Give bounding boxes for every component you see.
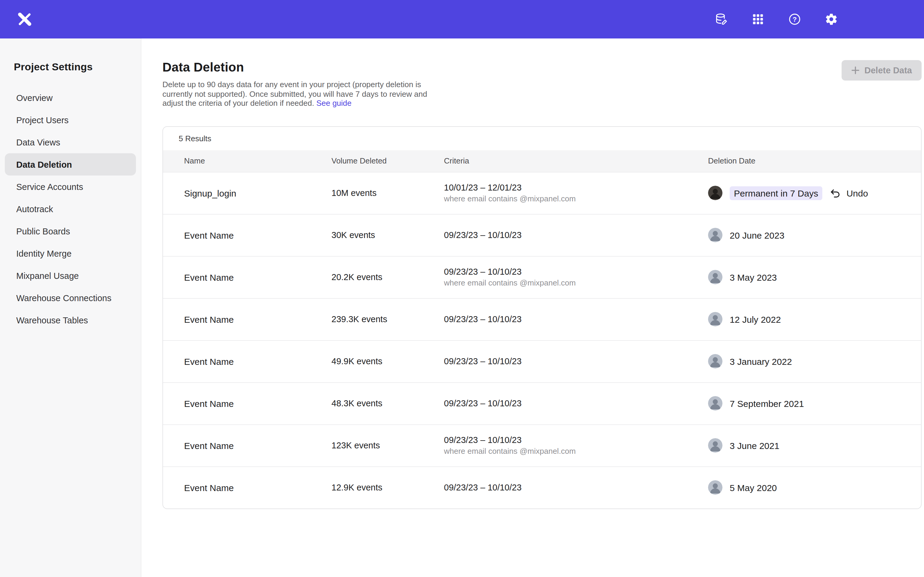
row-name: Event Name xyxy=(184,314,331,324)
row-name: Event Name xyxy=(184,482,331,493)
table-row: Event Name 48.3K events 09/23/23 – 10/10… xyxy=(163,382,921,424)
row-criteria-range: 09/23/23 – 10/10/23 xyxy=(444,314,708,324)
row-volume-deleted: 239.3K events xyxy=(331,314,444,324)
sidebar-nav: OverviewProject UsersData ViewsData Dele… xyxy=(0,87,141,331)
help-icon[interactable]: ? xyxy=(787,12,802,26)
row-deletion-date: 7 September 2021 xyxy=(708,396,921,411)
row-volume-deleted: 20.2K events xyxy=(331,272,444,282)
see-guide-link[interactable]: See guide xyxy=(317,98,352,108)
undo-button-label: Undo xyxy=(846,188,868,198)
avatar xyxy=(708,312,722,326)
row-deletion-label: 20 June 2023 xyxy=(730,230,784,240)
row-criteria-filter: where email contains @mixpanel.com xyxy=(444,278,708,287)
row-name: Event Name xyxy=(184,356,331,366)
sidebar-item-label: Identity Merge xyxy=(16,248,71,258)
undo-icon xyxy=(830,187,841,199)
sidebar-item-mixpanel-usage[interactable]: Mixpanel Usage xyxy=(5,264,136,287)
sidebar-item-project-users[interactable]: Project Users xyxy=(5,109,136,131)
row-criteria-range: 09/23/23 – 10/10/23 xyxy=(444,267,708,276)
row-deletion-label: 3 January 2022 xyxy=(730,356,792,366)
sidebar-item-data-views[interactable]: Data Views xyxy=(5,131,136,153)
data-icon[interactable] xyxy=(714,12,729,26)
row-criteria-range: 10/01/23 – 12/01/23 xyxy=(444,183,708,192)
row-criteria: 09/23/23 – 10/10/23 xyxy=(444,483,708,492)
sidebar-item-identity-merge[interactable]: Identity Merge xyxy=(5,242,136,264)
delete-data-button[interactable]: Delete Data xyxy=(842,60,922,81)
row-deletion-date: 20 June 2023 xyxy=(708,228,921,242)
sidebar-item-label: Data Deletion xyxy=(16,160,72,169)
settings-icon[interactable] xyxy=(824,12,838,26)
row-deletion-label: 3 May 2023 xyxy=(730,272,777,282)
row-criteria: 09/23/23 – 10/10/23 where email contains… xyxy=(444,435,708,456)
undo-button[interactable]: Undo xyxy=(830,187,868,199)
sidebar-item-label: Data Views xyxy=(16,137,60,147)
row-deletion-date: 3 January 2022 xyxy=(708,354,921,368)
delete-data-button-label: Delete Data xyxy=(864,66,912,75)
row-criteria-range: 09/23/23 – 10/10/23 xyxy=(444,230,708,240)
app-root: ? Project Settings OverviewProject Users… xyxy=(0,0,924,577)
row-volume-deleted: 12.9K events xyxy=(331,483,444,492)
row-volume-deleted: 49.9K events xyxy=(331,356,444,366)
sidebar-item-label: Mixpanel Usage xyxy=(16,271,79,280)
row-criteria: 09/23/23 – 10/10/23 xyxy=(444,230,708,240)
results-count: 5 Results xyxy=(163,127,921,150)
sidebar-item-label: Warehouse Connections xyxy=(16,293,111,303)
table-header-row: Name Volume Deleted Criteria Deletion Da… xyxy=(163,150,921,172)
svg-text:?: ? xyxy=(793,15,797,23)
row-deletion-label: 12 July 2022 xyxy=(730,314,781,324)
row-deletion-label: Permanent in 7 Days xyxy=(730,186,822,200)
sidebar-item-autotrack[interactable]: Autotrack xyxy=(5,198,136,220)
row-deletion-date: Permanent in 7 Days Undo xyxy=(708,186,921,200)
row-name: Event Name xyxy=(184,272,331,282)
avatar xyxy=(708,396,722,411)
table-row: Signup_login 10M events 10/01/23 – 12/01… xyxy=(163,172,921,214)
column-header-criteria: Criteria xyxy=(444,156,708,165)
row-criteria-filter: where email contains @mixpanel.com xyxy=(444,446,708,456)
sidebar-item-label: Overview xyxy=(16,93,53,103)
sidebar-item-data-deletion[interactable]: Data Deletion xyxy=(5,153,136,176)
sidebar-item-service-accounts[interactable]: Service Accounts xyxy=(5,176,136,198)
sidebar-item-warehouse-tables[interactable]: Warehouse Tables xyxy=(5,309,136,331)
row-volume-deleted: 10M events xyxy=(331,188,444,198)
sidebar-item-overview[interactable]: Overview xyxy=(5,87,136,109)
main-header: Data Deletion Delete up to 90 days data … xyxy=(162,60,922,108)
sidebar-item-label: Project Users xyxy=(16,115,69,125)
avatar xyxy=(708,228,722,242)
row-criteria: 09/23/23 – 10/10/23 xyxy=(444,314,708,324)
sidebar-item-label: Warehouse Tables xyxy=(16,315,88,325)
sidebar-item-public-boards[interactable]: Public Boards xyxy=(5,220,136,242)
row-criteria-range: 09/23/23 – 10/10/23 xyxy=(444,435,708,445)
row-name: Event Name xyxy=(184,440,331,450)
sidebar-item-label: Service Accounts xyxy=(16,182,83,192)
row-criteria: 09/23/23 – 10/10/23 where email contains… xyxy=(444,267,708,287)
sidebar-item-label: Public Boards xyxy=(16,226,70,236)
row-criteria: 09/23/23 – 10/10/23 xyxy=(444,398,708,408)
apps-grid-icon[interactable] xyxy=(751,12,765,26)
row-deletion-date: 3 June 2021 xyxy=(708,438,921,453)
row-volume-deleted: 30K events xyxy=(331,230,444,240)
row-deletion-date: 5 May 2020 xyxy=(708,480,921,495)
sidebar-item-warehouse-connections[interactable]: Warehouse Connections xyxy=(5,287,136,309)
row-criteria: 10/01/23 – 12/01/23 where email contains… xyxy=(444,183,708,203)
avatar xyxy=(708,186,722,200)
table-row: Event Name 12.9K events 09/23/23 – 10/10… xyxy=(163,466,921,508)
avatar xyxy=(708,270,722,284)
row-deletion-label: 3 June 2021 xyxy=(730,440,779,450)
avatar xyxy=(708,438,722,453)
row-deletion-label: 5 May 2020 xyxy=(730,482,777,493)
mixpanel-logo[interactable] xyxy=(17,11,32,27)
topbar-actions: ? xyxy=(714,12,907,26)
sidebar-title: Project Settings xyxy=(14,61,141,73)
row-name: Event Name xyxy=(184,398,331,408)
page-title: Data Deletion xyxy=(162,60,428,74)
table-row: Event Name 239.3K events 09/23/23 – 10/1… xyxy=(163,298,921,340)
table-row: Event Name 30K events 09/23/23 – 10/10/2… xyxy=(163,214,921,256)
sidebar-item-label: Autotrack xyxy=(16,204,53,214)
table-row: Event Name 123K events 09/23/23 – 10/10/… xyxy=(163,424,921,466)
table-body: Signup_login 10M events 10/01/23 – 12/01… xyxy=(163,172,921,508)
page-description: Delete up to 90 days data for any event … xyxy=(162,80,428,108)
column-header-deletion-date: Deletion Date xyxy=(708,156,921,165)
column-header-volume: Volume Deleted xyxy=(331,156,444,165)
column-header-name: Name xyxy=(184,156,331,165)
row-volume-deleted: 48.3K events xyxy=(331,398,444,408)
